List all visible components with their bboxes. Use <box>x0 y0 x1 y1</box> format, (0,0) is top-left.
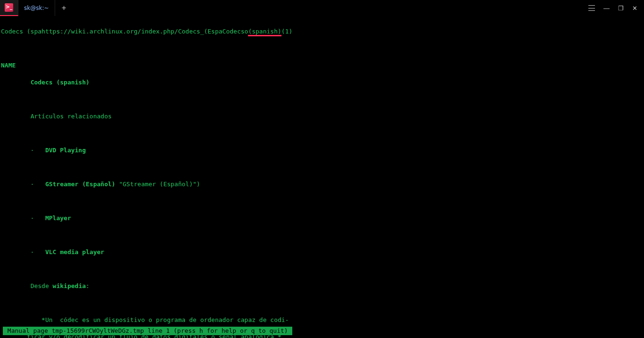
app-icon-tab[interactable]: >_ <box>0 0 18 16</box>
highlighted-span: (spanish) <box>248 28 281 36</box>
bullet-item: · GStreamer (Español) "GStreamer (Españo… <box>1 180 643 189</box>
maximize-button[interactable]: ❐ <box>618 5 624 11</box>
titlebar: >_ sk@sk:~ + — ❐ ✕ <box>0 0 644 16</box>
section-name-heading: NAME <box>1 61 643 70</box>
bullet-item: · DVD Playing <box>1 146 643 155</box>
related-heading: Artículos relacionados <box>1 112 643 121</box>
definition-line: *Un códec es un dispositivo o programa d… <box>1 316 643 324</box>
new-tab-button[interactable]: + <box>55 0 73 16</box>
name-title: Codecs (spanish) <box>1 78 643 87</box>
terminal-output: Codecs (spahttps://wiki.archlinux.org/in… <box>0 16 644 338</box>
bullet-item: · MPlayer <box>1 214 643 223</box>
minimize-button[interactable]: — <box>603 5 610 11</box>
desde-line: Desde wikipedia: <box>1 282 643 290</box>
pager-status-line[interactable]: Manual page tmp-15699rCWOyltWeDGz.tmp li… <box>3 327 292 335</box>
man-header-line: Codecs (spahttps://wiki.archlinux.org/in… <box>1 27 643 36</box>
terminal-app-icon: >_ <box>5 3 13 12</box>
window-controls: — ❐ ✕ <box>582 0 644 16</box>
close-button[interactable]: ✕ <box>632 5 637 11</box>
bullet-item: · VLC media player <box>1 248 643 256</box>
hamburger-icon[interactable] <box>588 5 595 11</box>
tab-label: sk@sk:~ <box>24 4 49 12</box>
terminal-tab[interactable]: sk@sk:~ <box>18 0 55 16</box>
